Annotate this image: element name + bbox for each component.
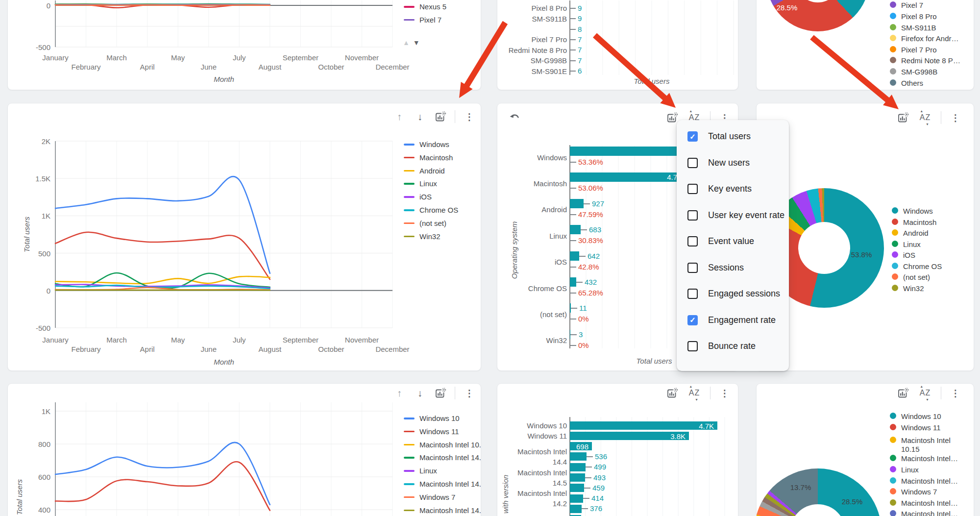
sort-az-icon[interactable]: A▴Z▾ [917,111,933,124]
donut-slice-label: 28.5% [777,3,798,12]
bar-category-label: Pixel 8 Pro [531,3,567,13]
legend-label: Macintosh Intel… [901,499,958,508]
legend-item: Macintosh Intel… [890,510,958,516]
checkbox-unchecked[interactable] [687,184,698,194]
tick-dash [581,229,587,230]
bar-percent: 42.8% [578,263,599,271]
donut-slice-label: 28.5% [842,497,863,506]
menu-item-label: Total users [708,131,751,142]
menu-item-bounce-rate[interactable]: Bounce rate [677,333,789,360]
bar-value: 8 [578,25,582,33]
bar-category-label: Linux [549,231,567,241]
bar-value: 7 [578,46,582,54]
y-axis-tick: 2K [16,137,50,146]
pager-up-icon[interactable]: ▲ [403,39,410,47]
bar-value: 432 [585,278,597,286]
bar-value-inside: 4.7K [570,422,714,430]
legend-item: Pixel 7 [404,16,441,25]
bar-category-label: Redmi Note 8 Pro [509,45,567,55]
legend-label: Windows [903,207,933,216]
legend-label: Macintosh Intel 14.2 [419,506,481,515]
x-axis-month-label: November [345,53,379,62]
legend-item: iOS [404,193,432,201]
bar-category-label: iOS [555,257,567,267]
bar-category-label: SM-G998B [531,55,567,66]
legend-item: Others [890,79,923,88]
bar-category-label: Windows 10 [527,420,567,431]
legend-label: (not set) [903,273,930,282]
bar-percent: 0% [578,315,589,323]
bar [570,199,584,208]
legend-swatch [890,1,896,8]
x-axis-month-label: March [106,336,127,344]
chart-config-icon[interactable] [897,111,909,124]
menu-item-sessions[interactable]: Sessions [677,255,789,281]
checkbox-checked[interactable]: ✓ [687,315,698,325]
legend-label: Windows [419,140,449,149]
bar-category-label: Macintosh Intel14.2 [517,488,567,509]
kebab-menu-icon[interactable]: ⋮ [949,111,962,124]
bar-category-label: (not set) [540,309,567,319]
legend-swatch [404,483,415,485]
legend-swatch [890,466,896,472]
checkbox-unchecked[interactable] [687,210,698,221]
kebab-menu-icon[interactable]: ⋮ [949,387,962,399]
legend-item: Macintosh Intel 14.4 [404,453,481,462]
bar-value: 9 [578,4,582,12]
bar-value: 927 [592,199,604,208]
x-axis-month-label: June [200,345,217,353]
checkbox-unchecked[interactable] [687,263,698,273]
menu-item-label: Engagement rate [708,315,776,325]
menu-item-engagement-rate[interactable]: ✓Engagement rate [677,307,789,334]
legend-swatch [404,222,415,224]
x-axis-month-label: March [106,53,127,62]
x-axis-month-label: October [318,63,344,71]
legend-swatch [890,424,896,430]
legend-swatch [404,236,415,238]
sort-az-icon[interactable]: A▴Z▾ [917,387,933,399]
bar-value: 9 [578,14,582,23]
legend-swatch [892,241,898,247]
tick-dash [570,293,576,294]
bar [570,484,584,492]
legend-item: Macintosh Intel 14.2 [404,506,481,515]
menu-item-total-users[interactable]: ✓Total users [677,123,789,150]
legend-swatch [404,431,415,433]
menu-item-new-users[interactable]: New users [677,150,789,176]
legend-item: Windows 10 [890,412,941,421]
legend-label: (not set) [419,219,446,228]
checkbox-unchecked[interactable] [687,158,698,168]
checkbox-unchecked[interactable] [687,341,698,351]
donut-slice-label: 53.8% [851,250,872,259]
metric-picker-menu: ✓Total usersNew usersKey eventsUser key … [677,120,789,371]
bar [570,225,581,234]
legend-label: Macintosh Intel… [901,477,958,486]
menu-item-label: Engaged sessions [708,289,780,299]
pager-down-icon[interactable]: ▼ [413,39,420,47]
legend-swatch [890,68,896,74]
tick-dash [587,456,593,457]
legend-swatch [404,470,415,472]
legend-label: Win32 [419,232,441,241]
menu-item-engaged-sessions[interactable]: Engaged sessions [677,281,789,307]
checkbox-checked[interactable]: ✓ [687,131,698,142]
legend-item: Win32 [404,232,441,241]
legend-label: Windows 10 [901,412,941,421]
tick-dash [570,319,576,319]
legend-item: (not set) [892,273,930,282]
menu-item-key-events[interactable]: Key events [677,176,789,202]
legend-swatch [892,219,898,225]
legend-label: SM-G998B [901,68,937,76]
bar-category-label: Chrome OS [528,514,567,516]
menu-item-user-key-event-rate[interactable]: User key event rate [677,202,789,229]
x-axis-title: Month [214,358,234,366]
bar-category-label: Android [541,204,567,215]
menu-item-label: Event value [708,236,754,246]
menu-item-event-value[interactable]: Event value [677,228,789,255]
checkbox-unchecked[interactable] [687,236,698,246]
x-axis-month-label: July [233,336,246,344]
chart-config-icon[interactable] [897,387,909,399]
checkbox-unchecked[interactable] [687,289,698,299]
x-axis-month-label: September [283,53,318,62]
legend-label: Others [901,79,923,88]
